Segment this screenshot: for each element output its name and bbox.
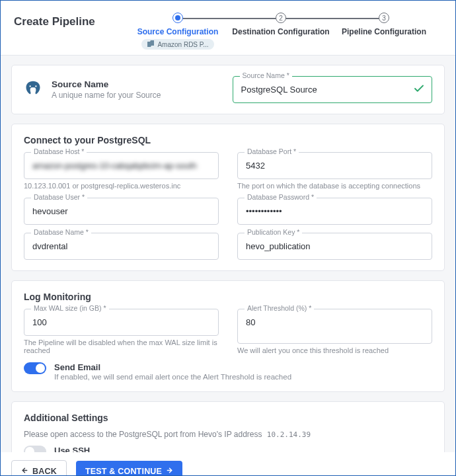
test-continue-label: TEST & CONTINUE xyxy=(85,467,162,476)
source-name-input[interactable] xyxy=(233,77,432,102)
content-area: Source Name A unique name for your Sourc… xyxy=(1,56,455,452)
use-ssh-toggle[interactable] xyxy=(24,446,46,452)
source-name-field[interactable]: Source Name * xyxy=(233,76,432,103)
arrow-right-icon xyxy=(166,467,173,476)
max-wal-hint: The Pipeline will be disabled when the m… xyxy=(24,338,219,354)
log-monitoring-card: Log Monitoring Max WAL size (in GB) * Th… xyxy=(11,280,445,392)
field-label: Alert Threshold (%) * xyxy=(245,304,314,312)
arrow-left-icon xyxy=(21,467,28,476)
step-destination-configuration[interactable]: 2 Destination Configuration xyxy=(229,13,332,50)
step-circle-active xyxy=(172,13,183,23)
log-title: Log Monitoring xyxy=(24,292,432,302)
step-source-configuration[interactable]: Source Configuration Amazon RDS P... xyxy=(126,13,229,50)
additional-desc: Please open access to the PostgreSQL por… xyxy=(24,430,432,439)
field-label: Max WAL size (in GB) * xyxy=(31,304,109,312)
database-password-field[interactable]: Database Password * xyxy=(237,198,432,225)
source-type-chip: Amazon RDS P... xyxy=(141,39,213,50)
connect-card: Connect to your PostgreSQL Database Host… xyxy=(11,124,445,271)
step-label: Pipeline Configuration xyxy=(342,27,426,36)
database-user-input[interactable] xyxy=(24,198,218,224)
amazon-rds-icon xyxy=(147,40,155,48)
source-name-subtitle: A unique name for your Source xyxy=(52,91,223,100)
source-name-heading: Source Name xyxy=(52,79,223,89)
checkmark-icon xyxy=(413,83,425,97)
back-button[interactable]: BACK xyxy=(11,460,67,476)
field-label: Database Port * xyxy=(245,147,299,155)
send-email-label: Send Email xyxy=(54,362,291,372)
database-name-field[interactable]: Database Name * xyxy=(24,233,219,260)
additional-settings-card: Additional Settings Please open access t… xyxy=(11,401,445,452)
svg-point-0 xyxy=(29,85,30,87)
field-label: Database User * xyxy=(31,193,87,201)
step-circle: 3 xyxy=(379,13,389,23)
publication-key-field[interactable]: Publication Key * xyxy=(237,233,432,260)
back-label: BACK xyxy=(32,467,57,476)
database-host-hint: 10.123.10.001 or postgresql-replica.west… xyxy=(24,182,219,190)
chip-label: Amazon RDS P... xyxy=(157,41,208,48)
postgresql-icon xyxy=(24,79,42,100)
database-user-field[interactable]: Database User * xyxy=(24,198,219,225)
database-host-field[interactable]: Database Host * xyxy=(24,152,219,179)
step-circle: 2 xyxy=(276,13,286,23)
field-label: Publication Key * xyxy=(245,228,302,236)
database-port-hint: The port on which the database is accept… xyxy=(237,182,432,190)
max-wal-input[interactable] xyxy=(24,309,218,335)
field-label: Database Name * xyxy=(31,228,91,236)
database-host-input[interactable] xyxy=(24,153,218,178)
alert-threshold-hint: We will alert you once this threshold is… xyxy=(237,346,432,354)
use-ssh-label: Use SSH xyxy=(54,446,215,452)
connect-title: Connect to your PostgreSQL xyxy=(24,135,432,145)
footer: BACK TEST & CONTINUE xyxy=(1,452,455,476)
additional-title: Additional Settings xyxy=(24,413,432,423)
send-email-toggle[interactable] xyxy=(24,362,46,374)
alert-threshold-input[interactable] xyxy=(238,309,432,335)
send-email-sub: If enabled, we will send email alert onc… xyxy=(54,373,291,381)
field-label: Source Name * xyxy=(240,71,292,79)
step-label: Destination Configuration xyxy=(232,27,329,36)
svg-point-1 xyxy=(35,85,36,87)
database-port-input[interactable] xyxy=(238,153,432,178)
field-label: Database Password * xyxy=(245,193,317,201)
database-password-input[interactable] xyxy=(238,198,432,224)
publication-key-input[interactable] xyxy=(238,233,432,259)
additional-desc-text: Please open access to the PostgreSQL por… xyxy=(24,430,264,439)
database-port-field[interactable]: Database Port * xyxy=(237,152,432,179)
ip-address: 10.2.14.39 xyxy=(264,430,313,440)
max-wal-field[interactable]: Max WAL size (in GB) * xyxy=(24,309,219,336)
step-pipeline-configuration[interactable]: 3 Pipeline Configuration xyxy=(332,13,436,50)
source-name-card: Source Name A unique name for your Sourc… xyxy=(11,65,445,114)
stepper: Source Configuration Amazon RDS P... 2 D… xyxy=(126,13,436,50)
test-continue-button[interactable]: TEST & CONTINUE xyxy=(76,461,182,476)
page-title: Create Pipeline xyxy=(14,13,126,28)
header: Create Pipeline Source Configuration Ama… xyxy=(1,1,455,56)
step-label: Source Configuration xyxy=(137,27,219,36)
database-name-input[interactable] xyxy=(24,233,218,259)
alert-threshold-field[interactable]: Alert Threshold (%) * xyxy=(237,309,432,344)
